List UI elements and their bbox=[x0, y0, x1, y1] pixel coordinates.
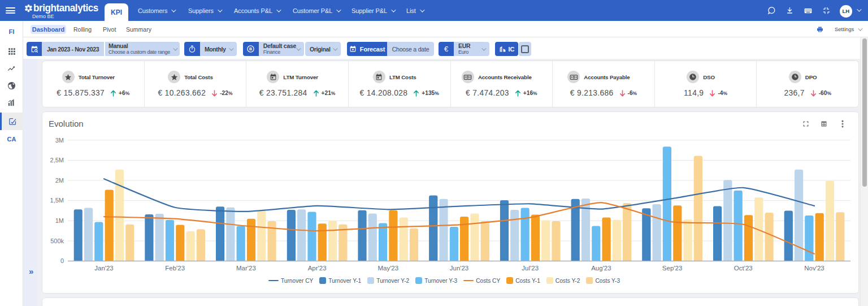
svg-text:B: B bbox=[249, 47, 252, 51]
